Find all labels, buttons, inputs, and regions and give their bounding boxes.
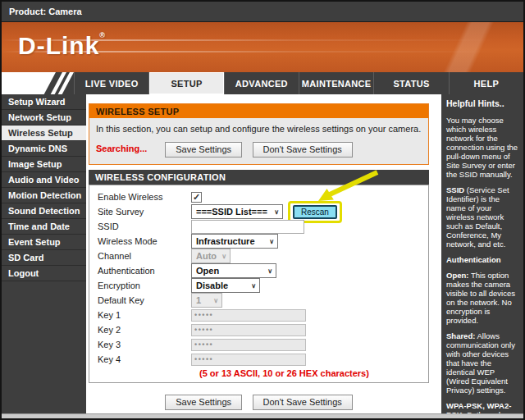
key2-row: Key 2	[98, 322, 428, 337]
tab-advanced[interactable]: ADVANCED	[224, 72, 299, 94]
hint-site-survey: You may choose which wireless network fo…	[446, 116, 519, 179]
encryption-select[interactable]: Disable ∨	[191, 278, 260, 293]
rescan-button[interactable]: Rescan	[293, 205, 337, 219]
tab-live-video[interactable]: LIVE VIDEO	[74, 72, 148, 94]
sidebar-item-sd-card[interactable]: SD Card	[2, 250, 86, 266]
sidebar-item-wireless-setup[interactable]: Wireless Setup	[2, 126, 86, 141]
key3-label: Key 3	[98, 340, 191, 349]
key3-row: Key 3	[98, 337, 428, 352]
key1-label: Key 1	[98, 310, 191, 320]
chevron-down-icon: ∨	[251, 282, 256, 290]
key2-input	[191, 324, 306, 336]
tab-setup[interactable]: SETUP	[148, 72, 223, 94]
searching-status: Searching...	[96, 144, 147, 153]
default-key-label: Default Key	[98, 295, 191, 305]
chevron-down-icon: ∨	[221, 253, 226, 260]
key4-input	[191, 354, 306, 366]
chevron-down-icon: ∨	[213, 297, 218, 304]
authentication-label: Authentication	[98, 266, 191, 276]
channel-label: Channel	[98, 251, 191, 261]
hint-authentication-heading: Authentication	[446, 255, 519, 264]
sidebar-item-setup-wizard[interactable]: Setup Wizard	[2, 94, 86, 110]
save-settings-button-bottom[interactable]: Save Settings	[165, 395, 242, 410]
default-key-select: 1 ∨	[191, 293, 222, 308]
chevron-down-icon: ∨	[267, 267, 272, 275]
chevron-down-icon: ∨	[269, 238, 274, 245]
authentication-select[interactable]: Open ∨	[191, 263, 276, 278]
nav-tabs: LIVE VIDEO SETUP ADVANCED MAINTENANCE ST…	[74, 72, 523, 94]
footer-bar	[2, 413, 523, 418]
banner-wedge	[409, 22, 523, 72]
save-settings-button-top[interactable]: Save Settings	[165, 142, 242, 158]
encryption-label: Encryption	[98, 281, 191, 290]
product-label: Product: Camera	[2, 2, 523, 22]
main-nav: LIVE VIDEO SETUP ADVANCED MAINTENANCE ST…	[2, 72, 523, 94]
enable-wireless-label: Enable Wireless	[98, 192, 191, 202]
tab-status[interactable]: STATUS	[373, 72, 448, 94]
sidebar-item-event-setup[interactable]: Event Setup	[2, 235, 86, 250]
authentication-row: Authentication Open ∨	[98, 263, 428, 278]
channel-row: Channel Auto ∨	[98, 249, 428, 263]
tab-maintenance[interactable]: MAINTENANCE	[299, 72, 373, 94]
site-survey-label: Site Survey	[98, 207, 191, 217]
key3-input	[191, 339, 306, 351]
enable-wireless-checkbox[interactable]: ✓	[191, 192, 202, 203]
hint-ssid: SSID (Service Set Identifier) is the nam…	[446, 185, 519, 249]
channel-select: Auto ∨	[191, 249, 231, 263]
hint-open: Open: This option makes the camera visib…	[446, 271, 519, 325]
sidebar-item-audio-and-video[interactable]: Audio and Video	[2, 172, 86, 188]
wireless-setup-body: In this section, you can setup and confi…	[89, 118, 428, 164]
setup-actions-row: Searching... Save Settings Don't Save Se…	[96, 141, 422, 157]
key4-label: Key 4	[98, 354, 191, 364]
default-key-row: Default Key 1 ∨	[98, 293, 428, 308]
sidebar-item-network-setup[interactable]: Network Setup	[2, 110, 86, 126]
sidebar-item-time-and-date[interactable]: Time and Date	[2, 219, 86, 235]
key4-row: Key 4	[98, 352, 428, 367]
hint-shared: Shared: Allows communication only with o…	[446, 331, 519, 395]
dont-save-settings-button-top[interactable]: Don't Save Settings	[253, 142, 353, 158]
wireless-setup-section: WIRELESS SETUP In this section, you can …	[89, 103, 429, 165]
camera-web-ui: Product: Camera D-Link® LIVE VIDEO SETUP…	[0, 0, 525, 420]
key2-label: Key 2	[98, 325, 191, 335]
ssid-label: SSID	[98, 221, 191, 231]
sidebar-item-logout[interactable]: Logout	[2, 266, 86, 281]
main-content: WIRELESS SETUP In this section, you can …	[86, 94, 441, 413]
chevron-down-icon: ∨	[274, 208, 279, 216]
sidebar: Setup Wizard Network Setup Wireless Setu…	[2, 94, 86, 413]
hint-wpa: WPA-PSK, WPA2-PSK: Both modes will requi…	[446, 401, 519, 413]
enable-wireless-row: Enable Wireless ✓	[98, 189, 428, 204]
brand-banner: D-Link®	[2, 22, 523, 72]
wireless-configuration-form: Enable Wireless ✓ Site Survey ===SSID Li…	[89, 185, 429, 383]
dont-save-settings-button-bottom[interactable]: Don't Save Settings	[253, 395, 353, 410]
wireless-mode-select[interactable]: Infrastructure ∨	[191, 234, 278, 249]
wireless-mode-label: Wireless Mode	[98, 236, 191, 246]
sidebar-item-dynamic-dns[interactable]: Dynamic DNS	[2, 141, 86, 157]
key-format-note: (5 or 13 ASCII, 10 or 26 HEX characters)	[199, 368, 428, 378]
ssid-row: SSID	[98, 219, 428, 234]
key1-input	[191, 309, 306, 322]
site-survey-row: Site Survey ===SSID List=== ∨ Rescan	[98, 204, 428, 219]
wireless-mode-row: Wireless Mode Infrastructure ∨	[98, 234, 428, 249]
ssid-input[interactable]	[191, 220, 304, 234]
wireless-setup-title: WIRELESS SETUP	[89, 104, 428, 118]
registered-mark: ®	[99, 31, 105, 39]
checkbox-check-icon: ✓	[193, 193, 200, 202]
wireless-setup-description: In this section, you can setup and confi…	[96, 124, 422, 134]
key1-row: Key 1	[98, 308, 428, 322]
wireless-configuration-title: WIRELESS CONFIGURATION	[89, 170, 429, 185]
dlink-logo: D-Link®	[18, 31, 105, 60]
helpful-hints-title: Helpful Hints..	[446, 99, 519, 108]
sidebar-item-motion-detection[interactable]: Motion Detection	[2, 188, 86, 203]
bottom-actions-row: Save Settings Don't Save Settings	[89, 394, 429, 410]
sidebar-item-sound-detection[interactable]: Sound Detection	[2, 203, 86, 219]
tab-help[interactable]: HELP	[449, 72, 523, 94]
sidebar-item-image-setup[interactable]: Image Setup	[2, 157, 86, 172]
encryption-row: Encryption Disable ∨	[98, 278, 428, 293]
helpful-hints-panel: Helpful Hints.. You may choose which wir…	[441, 94, 523, 413]
nav-decorative-shape	[2, 72, 56, 94]
site-survey-select[interactable]: ===SSID List=== ∨	[191, 204, 283, 219]
